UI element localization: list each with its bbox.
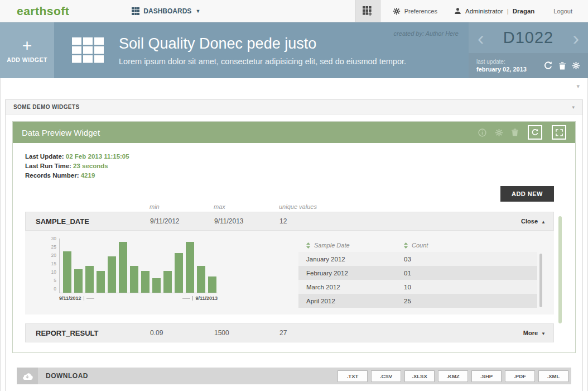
cell-count: 01: [404, 270, 537, 276]
user-menu[interactable]: Administrator | Dragan: [454, 7, 534, 15]
bar: [119, 242, 127, 293]
column-label-min: min: [150, 203, 214, 210]
download-csv-button[interactable]: .CSV: [371, 370, 401, 382]
column-label-max: max: [214, 203, 279, 210]
download-txt-button[interactable]: .TXT: [338, 370, 368, 382]
meta-label: Last Update:: [25, 153, 64, 160]
y-tick-label: 20: [51, 253, 56, 258]
meta-value: 4219: [81, 172, 95, 179]
table-row: April 2012 25: [298, 294, 537, 308]
prev-dashboard-button[interactable]: ‹: [474, 30, 487, 46]
more-toggle[interactable]: More▼: [503, 330, 553, 336]
detail-table: Sample Date Count January 2012: [298, 239, 537, 314]
meta-label: Last Run Time:: [25, 163, 71, 169]
attribute-max: 9/11/2013: [214, 217, 279, 225]
attribute-min: 9/11/2012: [150, 217, 214, 225]
user-separator: |: [507, 8, 509, 15]
bar-chart: 302520151050 9/11/2012 9/11/2013: [34, 239, 218, 314]
dashboard-meta-bar: last update: february 02, 2013: [469, 53, 588, 78]
attribute-unique: 12: [279, 217, 503, 225]
cell-date: March 2012: [306, 284, 404, 290]
sort-sample-date[interactable]: Sample Date: [306, 242, 404, 249]
dashboards-label: DASHBOARDS: [143, 7, 191, 15]
gear-icon: [393, 7, 401, 15]
attribute-row-report-result[interactable]: REPORT_RESULT 0.09 1500 27 More▼: [25, 323, 554, 342]
add-dashboard-button[interactable]: [355, 0, 380, 22]
logout-button[interactable]: Logout: [553, 8, 572, 15]
bar: [85, 266, 94, 293]
gear-icon[interactable]: [495, 128, 503, 137]
attributes-area: ADD NEW min max unique values SAMPLE_DAT…: [25, 185, 563, 342]
bar: [130, 266, 138, 293]
close-toggle[interactable]: Close▲: [503, 218, 553, 225]
widget-scrollbar[interactable]: [558, 216, 562, 323]
action-label: Close: [521, 218, 538, 225]
grid-icon: [132, 7, 139, 15]
download-pdf-button[interactable]: .PDF: [505, 370, 535, 382]
bar: [208, 276, 216, 293]
collapse-strip: ▾: [1, 78, 587, 99]
y-tick-label: 30: [51, 236, 56, 241]
plus-icon: +: [22, 38, 32, 54]
tick-dash: [86, 298, 94, 299]
sort-icon: [404, 242, 408, 249]
section-title: SOME DEMO WIDGETS: [13, 104, 79, 110]
trash-icon[interactable]: [559, 62, 566, 70]
y-tick-label: 10: [51, 270, 56, 274]
detail-table-rows: January 2012 03 February 2012 01 March 2…: [298, 252, 537, 308]
chevron-down-icon[interactable]: ▾: [576, 83, 580, 90]
caret-down-icon: ▼: [541, 331, 546, 336]
cloud-download-icon: [17, 368, 38, 384]
y-tick-label: 25: [51, 245, 56, 249]
last-update-block: last update: february 02, 2013: [476, 59, 527, 73]
gear-icon[interactable]: [572, 61, 580, 70]
attribute-row-sample-date[interactable]: SAMPLE_DATE 9/11/2012 9/11/2013 12 Close…: [25, 212, 554, 231]
bar: [175, 253, 183, 293]
dashboard-nav-panel: ‹ D1022 › last update: february 02, 2013: [469, 22, 588, 78]
dashboard-titles: Soil Quality Donec pede justo Lorem ipsu…: [119, 35, 406, 66]
section-header[interactable]: SOME DEMO WIDGETS ▾: [6, 100, 582, 115]
chevron-down-icon[interactable]: ▾: [572, 104, 575, 110]
trash-icon[interactable]: [512, 128, 518, 136]
add-widget-button[interactable]: + ADD WIDGET: [0, 22, 54, 78]
bar-chart-xaxis: 9/11/2012 9/11/2013: [59, 295, 218, 301]
earthsoft-logo[interactable]: earthsoft: [17, 4, 69, 18]
download-xml-button[interactable]: .XML: [538, 370, 568, 382]
refresh-icon[interactable]: [543, 61, 553, 70]
info-icon[interactable]: [478, 128, 486, 137]
caret-up-icon: ▲: [541, 220, 546, 225]
add-new-button[interactable]: ADD NEW: [500, 186, 554, 202]
dashboards-menu[interactable]: DASHBOARDS ▼: [132, 7, 200, 15]
table-row: March 2012 10: [298, 280, 537, 294]
cell-count: 03: [404, 256, 537, 263]
demo-widgets-panel: SOME DEMO WIDGETS ▾ Data Preview Widget: [5, 99, 583, 391]
widget-fullscreen-button[interactable]: [552, 125, 566, 140]
x-axis-start: 9/11/2012: [59, 295, 94, 301]
top-bar: earthsoft DASHBOARDS ▼: [0, 0, 588, 22]
bar: [74, 269, 83, 293]
table-row: February 2012 01: [298, 266, 537, 280]
bar: [141, 271, 150, 293]
dashboard-subtitle: Lorem ipsum dolor sit amet, consectetur …: [119, 57, 406, 66]
meta-value: 23 seconds: [73, 163, 108, 169]
preferences-button[interactable]: Preferences: [393, 7, 437, 15]
widget-header-icons: [478, 125, 566, 140]
tick-dash: [182, 298, 190, 299]
dashboard-switcher: ‹ D1022 ›: [469, 22, 588, 53]
bar-chart-yaxis: 302520151050: [34, 236, 59, 291]
y-tick-label: 0: [54, 287, 56, 291]
download-kmz-button[interactable]: .KMZ: [438, 370, 468, 382]
next-dashboard-button[interactable]: ›: [570, 30, 582, 46]
widget-title: Data Preview Widget: [22, 128, 100, 137]
widget-refresh-button[interactable]: [528, 125, 542, 140]
cell-date: February 2012: [306, 270, 404, 276]
dashboard-header: + ADD WIDGET Soil Quality Donec pede jus…: [0, 22, 588, 78]
detail-col-label: Sample Date: [314, 242, 350, 249]
download-xlsx-button[interactable]: .XLSX: [404, 370, 435, 382]
table-scrollbar[interactable]: [539, 254, 542, 307]
sort-count[interactable]: Count: [404, 242, 537, 249]
column-labels-row: min max unique values: [25, 203, 554, 210]
download-bar: DOWNLOAD .TXT .CSV .XLSX .KMZ .SHP .PDF …: [17, 368, 571, 384]
attribute-name: SAMPLE_DATE: [36, 217, 150, 226]
download-shp-button[interactable]: .SHP: [471, 370, 502, 382]
